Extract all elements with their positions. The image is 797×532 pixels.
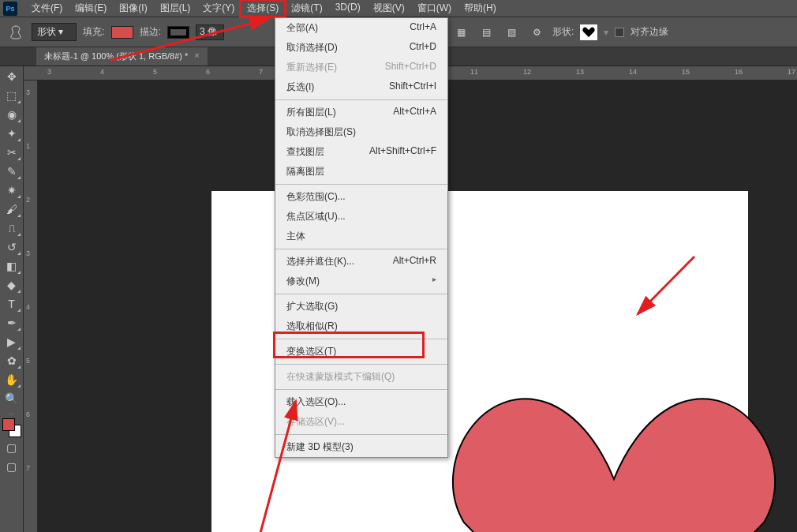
menu-7[interactable]: 3D(D) (329, 0, 367, 17)
menu-separator (275, 339, 447, 339)
menu-item-shortcut: Shift+Ctrl+I (389, 81, 436, 94)
ps-logo: Ps (3, 2, 17, 16)
menu-9[interactable]: 窗口(W) (411, 0, 458, 17)
menu-item[interactable]: 隔离图层 (275, 162, 447, 182)
hand-tool[interactable]: ✋ (2, 371, 21, 388)
menu-10[interactable]: 帮助(H) (458, 0, 503, 17)
stamp-tool[interactable]: ⎍ (2, 219, 21, 237)
path-tool[interactable]: ▶ (2, 333, 21, 350)
heart-shape-layer[interactable] (448, 388, 780, 532)
arrange-icon[interactable]: ▧ (502, 23, 521, 42)
menu-item-label: 新建 3D 模型(3) (286, 440, 354, 454)
menu-6[interactable]: 滤镜(T) (285, 0, 328, 17)
menu-item-shortcut: Alt+Ctrl+A (393, 106, 436, 119)
quickmask-icon[interactable]: ▢ (2, 439, 21, 456)
menu-item-label: 选取相似(R) (286, 320, 338, 333)
brush-tool[interactable]: 🖌 (2, 200, 21, 218)
menu-3[interactable]: 图层(L) (154, 0, 197, 17)
menu-item-label: 主体 (286, 230, 305, 243)
menu-item-label: 取消选择图层(S) (286, 126, 356, 139)
eraser-tool[interactable]: ◧ (2, 257, 21, 275)
pen-tool[interactable]: ✒ (2, 314, 21, 332)
menu-item[interactable]: 焦点区域(U)... (275, 207, 447, 227)
marquee-tool[interactable]: ⬚ (2, 87, 21, 104)
history-tool[interactable]: ↺ (2, 238, 21, 256)
zoom-tool[interactable]: 🔍 (2, 390, 21, 407)
menu-item[interactable]: 选择并遮住(K)...Alt+Ctrl+R (275, 252, 447, 272)
menu-item[interactable]: 全部(A)Ctrl+A (275, 18, 447, 38)
tool-preset-icon[interactable] (6, 23, 25, 42)
menu-item-label: 在快速蒙版模式下编辑(Q) (286, 370, 395, 384)
align-edges-label: 对齐边缘 (630, 25, 668, 39)
menu-separator (275, 249, 447, 249)
menu-separator (275, 184, 447, 185)
fill-color-swatch[interactable] (111, 26, 133, 39)
menu-item[interactable]: 取消选择(D)Ctrl+D (275, 38, 447, 58)
shape-label: 形状: (552, 25, 574, 39)
close-tab-icon[interactable]: × (194, 51, 199, 62)
menu-item-label: 隔离图层 (286, 165, 324, 178)
menu-5[interactable]: 选择(S) (241, 0, 285, 17)
menu-separator (275, 434, 447, 435)
menu-item-label: 焦点区域(U)... (286, 210, 346, 223)
menu-item[interactable]: 取消选择图层(S) (275, 122, 447, 142)
menu-item[interactable]: 色彩范围(C)... (275, 187, 447, 207)
menu-item[interactable]: 查找图层Alt+Shift+Ctrl+F (275, 142, 447, 162)
menu-4[interactable]: 文字(Y) (196, 0, 241, 17)
menu-separator (275, 294, 447, 294)
menu-item-label: 查找图层 (286, 145, 324, 159)
menu-item: 重新选择(E)Shift+Ctrl+D (275, 58, 447, 77)
stroke-width-field[interactable]: 3 像 (196, 24, 224, 40)
heal-tool[interactable]: ✷ (2, 182, 21, 199)
fill-label: 填充: (83, 25, 104, 39)
document-tab-title: 未标题-1 @ 100% (形状 1, RGB/8#) * (44, 51, 188, 62)
move-tool[interactable]: ✥ (2, 68, 21, 85)
menu-bar: Ps 文件(F)编辑(E)图像(I)图层(L)文字(Y)选择(S)滤镜(T)3D… (0, 0, 797, 17)
tool-separator: ⋯ (4, 410, 20, 414)
menu-item[interactable]: 反选(I)Shift+Ctrl+I (275, 77, 447, 97)
menu-item[interactable]: 变换选区(T) (275, 342, 447, 362)
menu-item-shortcut: Ctrl+D (410, 41, 436, 54)
shape-mode-select[interactable]: 形状 ▾ (32, 23, 77, 41)
left-toolbar: ✥⬚◉✦✂✎✷🖌⎍↺◧◆T✒▶✿✋🔍⋯▢▢ (0, 66, 24, 532)
menu-8[interactable]: 视图(V) (367, 0, 411, 17)
custom-shape-picker[interactable] (580, 24, 597, 40)
menu-item[interactable]: 新建 3D 模型(3) (275, 437, 447, 457)
gear-icon[interactable]: ⚙ (527, 23, 546, 42)
menu-item-label: 取消选择(D) (286, 41, 338, 54)
menu-separator (275, 389, 447, 390)
stroke-color-swatch[interactable] (167, 26, 189, 39)
path-op-icon[interactable]: ▦ (451, 23, 470, 42)
menu-item: 在快速蒙版模式下编辑(Q) (275, 367, 447, 387)
menu-item[interactable]: 载入选区(O)... (275, 392, 447, 412)
shape-tool[interactable]: ✿ (2, 352, 21, 369)
crop-tool[interactable]: ✂ (2, 144, 21, 161)
color-swatches[interactable] (2, 418, 21, 437)
align-edges-checkbox[interactable] (615, 28, 624, 37)
menu-item-label: 所有图层(L) (286, 106, 336, 119)
menu-item-label: 存储选区(V)... (286, 415, 345, 429)
menu-item-label: 修改(M) (286, 275, 320, 288)
document-tab[interactable]: 未标题-1 @ 100% (形状 1, RGB/8#) * × (36, 47, 208, 66)
gradient-tool[interactable]: ◆ (2, 276, 21, 294)
lasso-tool[interactable]: ◉ (2, 106, 21, 123)
menu-0[interactable]: 文件(F) (25, 0, 69, 17)
menu-separator (275, 364, 447, 365)
align-icon[interactable]: ▤ (477, 23, 496, 42)
menu-item[interactable]: 选取相似(R) (275, 317, 447, 336)
quickselect-tool[interactable]: ✦ (2, 125, 21, 142)
menu-item-label: 载入选区(O)... (286, 395, 346, 409)
menu-1[interactable]: 编辑(E) (69, 0, 113, 17)
menu-2[interactable]: 图像(I) (113, 0, 153, 17)
menu-item-label: 选择并遮住(K)... (286, 255, 354, 268)
eyedropper-tool[interactable]: ✎ (2, 163, 21, 180)
menu-item-shortcut: Alt+Shift+Ctrl+F (369, 145, 436, 159)
screenmode-icon[interactable]: ▢ (2, 458, 21, 475)
menu-item[interactable]: 扩大选取(G) (275, 297, 447, 317)
menu-item[interactable]: 主体 (275, 227, 447, 246)
menu-item[interactable]: 修改(M) (275, 272, 447, 291)
select-menu-dropdown: 全部(A)Ctrl+A取消选择(D)Ctrl+D重新选择(E)Shift+Ctr… (275, 17, 448, 458)
menu-item-label: 扩大选取(G) (286, 300, 338, 313)
type-tool[interactable]: T (2, 295, 21, 313)
menu-item[interactable]: 所有图层(L)Alt+Ctrl+A (275, 103, 447, 122)
